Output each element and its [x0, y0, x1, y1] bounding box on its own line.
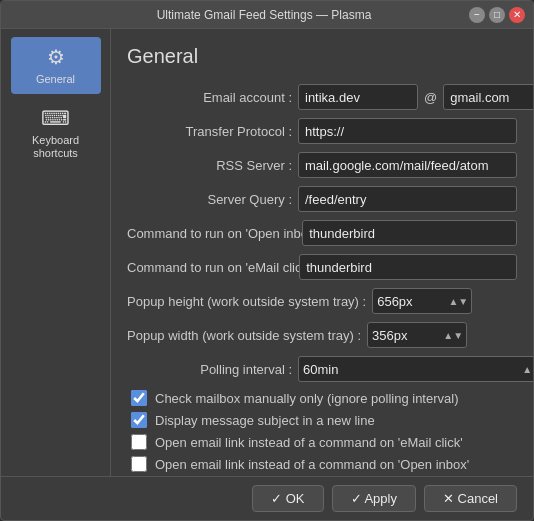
- main-area: General Email account : @ Transfer Proto…: [111, 29, 533, 476]
- open-inbox-input[interactable]: [302, 220, 517, 246]
- email-link-click-checkbox[interactable]: [131, 434, 147, 450]
- main-window: Ultimate Gmail Feed Settings — Plasma − …: [0, 0, 534, 521]
- email-click-input[interactable]: [299, 254, 517, 280]
- email-account-row: Email account : @: [127, 84, 517, 110]
- email-click-label: Command to run on 'eMail click' :: [127, 260, 293, 275]
- email-link-click-label: Open email link instead of a command on …: [155, 435, 463, 450]
- ok-button[interactable]: ✓ OK: [252, 485, 323, 512]
- close-button[interactable]: ✕: [509, 7, 525, 23]
- rss-server-row: RSS Server :: [127, 152, 517, 178]
- polling-interval-wrapper: 60min 30min 15min 5min ▲▼: [298, 356, 533, 382]
- check-manually-label: Check mailbox manually only (ignore poll…: [155, 391, 458, 406]
- polling-interval-row: Polling interval : 60min 30min 15min 5mi…: [127, 356, 517, 382]
- footer: ✓ OK ✓ Apply ✕ Cancel: [1, 476, 533, 520]
- display-subject-checkbox[interactable]: [131, 412, 147, 428]
- rss-server-label: RSS Server :: [127, 158, 292, 173]
- server-query-label: Server Query :: [127, 192, 292, 207]
- popup-height-label: Popup height (work outside system tray) …: [127, 294, 366, 309]
- display-subject-label: Display message subject in a new line: [155, 413, 375, 428]
- check-manually-checkbox[interactable]: [131, 390, 147, 406]
- sidebar: General Keyboard shortcuts: [1, 29, 111, 476]
- gear-icon: [47, 45, 65, 69]
- popup-width-label: Popup width (work outside system tray) :: [127, 328, 361, 343]
- email-link-inbox-checkbox[interactable]: [131, 456, 147, 472]
- at-sign: @: [424, 90, 437, 105]
- content-area: General Keyboard shortcuts General Email…: [1, 29, 533, 476]
- email-click-row: Command to run on 'eMail click' :: [127, 254, 517, 280]
- checkbox-display-subject-row: Display message subject in a new line: [127, 412, 517, 428]
- polling-interval-select[interactable]: 60min 30min 15min 5min: [298, 356, 533, 382]
- apply-button[interactable]: ✓ Apply: [332, 485, 416, 512]
- email-account-label: Email account :: [127, 90, 292, 105]
- window-title: Ultimate Gmail Feed Settings — Plasma: [59, 8, 469, 22]
- minimize-button[interactable]: −: [469, 7, 485, 23]
- sidebar-item-general[interactable]: General: [11, 37, 101, 94]
- checkbox-email-link-inbox-row: Open email link instead of a command on …: [127, 456, 517, 472]
- titlebar-controls: − □ ✕: [469, 7, 525, 23]
- email-link-inbox-label: Open email link instead of a command on …: [155, 457, 469, 472]
- cancel-button[interactable]: ✕ Cancel: [424, 485, 517, 512]
- keyboard-icon: [41, 106, 70, 130]
- page-title: General: [127, 45, 517, 68]
- transfer-protocol-row: Transfer Protocol :: [127, 118, 517, 144]
- popup-width-select[interactable]: 356px 400px 500px 600px: [367, 322, 467, 348]
- open-inbox-label: Command to run on 'Open inbox' :: [127, 226, 296, 241]
- server-query-input[interactable]: [298, 186, 517, 212]
- titlebar: Ultimate Gmail Feed Settings — Plasma − …: [1, 1, 533, 29]
- checkbox-check-manually-row: Check mailbox manually only (ignore poll…: [127, 390, 517, 406]
- rss-server-input[interactable]: [298, 152, 517, 178]
- popup-width-row: Popup width (work outside system tray) :…: [127, 322, 517, 348]
- transfer-protocol-label: Transfer Protocol :: [127, 124, 292, 139]
- open-inbox-row: Command to run on 'Open inbox' :: [127, 220, 517, 246]
- polling-interval-label: Polling interval :: [127, 362, 292, 377]
- email-domain-input[interactable]: [443, 84, 533, 110]
- popup-height-select[interactable]: 656px 700px 800px 900px: [372, 288, 472, 314]
- maximize-button[interactable]: □: [489, 7, 505, 23]
- popup-width-wrapper: 356px 400px 500px 600px ▲▼: [367, 322, 467, 348]
- sidebar-item-keyboard-shortcuts[interactable]: Keyboard shortcuts: [11, 98, 101, 168]
- popup-height-row: Popup height (work outside system tray) …: [127, 288, 517, 314]
- popup-height-wrapper: 656px 700px 800px 900px ▲▼: [372, 288, 472, 314]
- checkbox-email-link-click-row: Open email link instead of a command on …: [127, 434, 517, 450]
- transfer-protocol-input[interactable]: [298, 118, 517, 144]
- sidebar-label-keyboard: Keyboard shortcuts: [15, 134, 97, 160]
- server-query-row: Server Query :: [127, 186, 517, 212]
- email-user-input[interactable]: [298, 84, 418, 110]
- sidebar-label-general: General: [36, 73, 75, 86]
